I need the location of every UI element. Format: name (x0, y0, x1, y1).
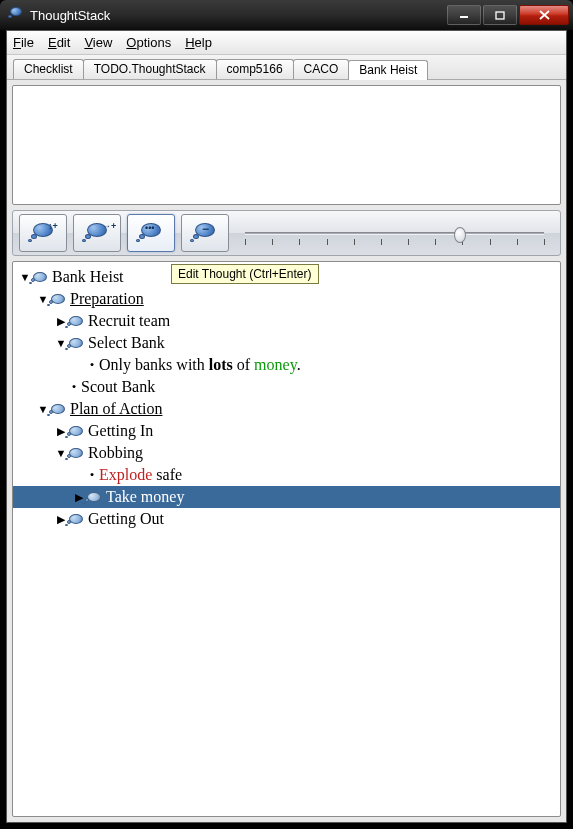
thought-bubble-icon (67, 423, 85, 439)
menu-edit[interactable]: Edit (48, 35, 70, 50)
menu-file[interactable]: File (13, 35, 34, 50)
tree-node-getting-out[interactable]: ▶ Getting Out (13, 508, 560, 530)
tree-node-robbing[interactable]: ▼ Robbing (13, 442, 560, 464)
tooltip: Edit Thought (Ctrl+Enter) (171, 264, 319, 284)
tree-leaf-explode[interactable]: • • Explode safe (13, 464, 560, 486)
thought-bubble-icon (67, 335, 85, 351)
tab-checklist[interactable]: Checklist (13, 59, 84, 79)
titlebar[interactable]: ThoughtStack (0, 0, 573, 30)
bullet-icon: • (85, 467, 99, 483)
thought-bubble-icon (49, 401, 67, 417)
thought-bubble-icon (67, 511, 85, 527)
tree-node-take-money[interactable]: ▶ Take money (13, 486, 560, 508)
node-label: Getting Out (88, 510, 164, 528)
menu-view[interactable]: View (84, 35, 112, 50)
node-label: Bank Heist (52, 268, 124, 286)
node-label: Select Bank (88, 334, 165, 352)
thought-bubble-icon (49, 291, 67, 307)
tree-pane[interactable]: Edit Thought (Ctrl+Enter) ▼ Bank Heist ▼… (12, 261, 561, 817)
client-area: File Edit View Options Help ChecklistTOD… (6, 30, 567, 823)
tree-leaf-only-banks[interactable]: • • Only banks with lots of money. (13, 354, 560, 376)
node-label: Explode safe (99, 466, 182, 484)
tree-node-preparation[interactable]: ▼ Preparation (13, 288, 560, 310)
node-label: Preparation (70, 290, 144, 308)
bullet-icon: • (67, 379, 81, 395)
tree-node-select-bank[interactable]: ▼ Select Bank (13, 332, 560, 354)
tabbar: ChecklistTODO.ThoughtStackcomp5166CACOBa… (7, 55, 566, 80)
tab-bank-heist[interactable]: Bank Heist (348, 60, 428, 80)
svg-rect-1 (496, 12, 504, 19)
menu-help[interactable]: Help (185, 35, 212, 50)
tree-node-getting-in[interactable]: ▶ Getting In (13, 420, 560, 442)
window-controls (447, 5, 569, 25)
node-label: Take money (106, 488, 184, 506)
node-label: Getting In (88, 422, 153, 440)
thought-bubble-icon (67, 445, 85, 461)
preview-pane[interactable] (12, 85, 561, 205)
node-label: Robbing (88, 444, 143, 462)
minimize-button[interactable] (447, 5, 481, 25)
tab-caco[interactable]: CACO (293, 59, 350, 79)
close-button[interactable] (519, 5, 569, 25)
node-label: Plan of Action (70, 400, 162, 418)
thought-bubble-icon (67, 313, 85, 329)
tab-comp5166[interactable]: comp5166 (216, 59, 294, 79)
app-icon (8, 7, 24, 23)
node-label: Scout Bank (81, 378, 155, 396)
maximize-button[interactable] (483, 5, 517, 25)
tree-node-plan[interactable]: ▼ Plan of Action (13, 398, 560, 420)
add-sibling-button[interactable]: ↕+ (19, 214, 67, 252)
menu-options[interactable]: Options (126, 35, 171, 50)
node-label: Only banks with lots of money. (99, 356, 301, 374)
delete-thought-button[interactable]: − (181, 214, 229, 252)
menubar: File Edit View Options Help (7, 31, 566, 55)
zoom-slider[interactable] (235, 218, 554, 248)
toolbar: ↕+ →+ ••• − (12, 210, 561, 256)
tab-todo-thoughtstack[interactable]: TODO.ThoughtStack (83, 59, 217, 79)
bullet-icon: • (85, 357, 99, 373)
thought-bubble-icon (31, 269, 49, 285)
tree-node-recruit[interactable]: ▶ Recruit team (13, 310, 560, 332)
tree-leaf-scout[interactable]: • • Scout Bank (13, 376, 560, 398)
tab-panel: ↕+ →+ ••• − Edit Though (7, 80, 566, 822)
edit-thought-button[interactable]: ••• (127, 214, 175, 252)
thought-bubble-icon (85, 489, 103, 505)
window-title: ThoughtStack (30, 8, 447, 23)
app-window: ThoughtStack File Edit View Options Help… (0, 0, 573, 829)
add-child-button[interactable]: →+ (73, 214, 121, 252)
slider-thumb[interactable] (454, 227, 466, 243)
node-label: Recruit team (88, 312, 170, 330)
window-shell: File Edit View Options Help ChecklistTOD… (0, 30, 573, 829)
